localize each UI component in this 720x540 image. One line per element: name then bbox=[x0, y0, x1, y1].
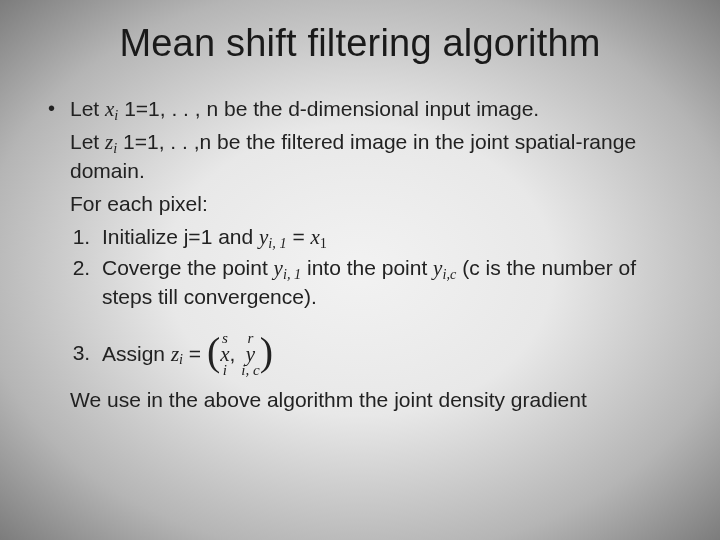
paren-open: ( bbox=[207, 329, 220, 374]
text: Let bbox=[70, 130, 105, 153]
closing-line: We use in the above algorithm the joint … bbox=[44, 386, 676, 415]
term-x-s-i: sxi bbox=[220, 332, 229, 378]
text: into the point bbox=[301, 256, 433, 279]
text: Initialize j=1 and bbox=[102, 225, 259, 248]
text: Coverge the point bbox=[102, 256, 274, 279]
var-x: x bbox=[311, 225, 320, 249]
step-2: Coverge the point yi, 1 into the point y… bbox=[96, 254, 676, 312]
text: Assign bbox=[102, 341, 171, 364]
eq: = bbox=[287, 225, 311, 248]
eq: = bbox=[183, 341, 207, 364]
text: 1=1, . . , n be the d-dimensional input … bbox=[118, 97, 539, 120]
paren-close: ) bbox=[260, 329, 273, 374]
var-z: z bbox=[105, 130, 113, 154]
line-let-z: Let zi 1=1, . . ,n be the filtered image… bbox=[44, 128, 676, 186]
sub-i: i bbox=[113, 140, 117, 156]
slide: Mean shift filtering algorithm Let xi 1=… bbox=[0, 0, 720, 540]
step-3: Assign zi = (sxi, ryi, c) bbox=[96, 332, 676, 378]
sub-i: i bbox=[179, 351, 183, 367]
sub-i1: i, 1 bbox=[268, 235, 286, 251]
text: 1=1, . . ,n be the filtered image in the… bbox=[70, 130, 636, 182]
sub-1: 1 bbox=[320, 235, 327, 251]
term-y-r-ic: ryi, c bbox=[241, 332, 259, 378]
sub-ic: i,c bbox=[442, 266, 456, 282]
line-for-each: For each pixel: bbox=[44, 190, 676, 219]
var-x: x bbox=[105, 97, 114, 121]
line-let-x: Let xi 1=1, . . , n be the d-dimensional… bbox=[44, 95, 676, 124]
steps-list: Initialize j=1 and yi, 1 = x1 Coverge th… bbox=[44, 223, 676, 378]
sub-i1: i, 1 bbox=[283, 266, 301, 282]
step-1: Initialize j=1 and yi, 1 = x1 bbox=[96, 223, 676, 252]
slide-title: Mean shift filtering algorithm bbox=[44, 22, 676, 65]
comma: , bbox=[230, 341, 242, 364]
sub-i: i bbox=[114, 107, 118, 123]
var-y: y bbox=[259, 225, 268, 249]
text: Let bbox=[70, 97, 105, 120]
var-z: z bbox=[171, 341, 179, 365]
var-y: y bbox=[274, 256, 283, 280]
slide-body: Let xi 1=1, . . , n be the d-dimensional… bbox=[44, 95, 676, 415]
